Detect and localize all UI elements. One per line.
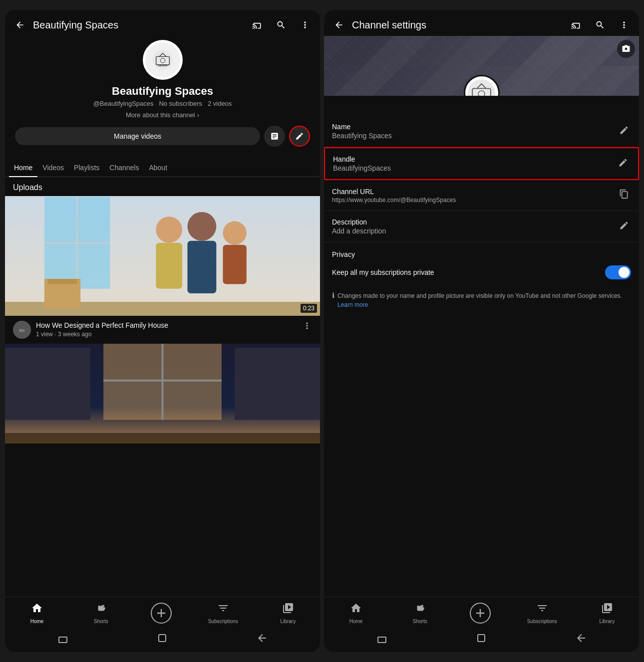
right-library-icon bbox=[601, 602, 613, 617]
right-nav-shorts[interactable]: Shorts bbox=[406, 602, 434, 624]
channel-more-link[interactable]: More about this channel › bbox=[126, 111, 199, 119]
video-more-button-1[interactable] bbox=[302, 321, 312, 333]
video-thumbnail-2[interactable] bbox=[5, 344, 320, 443]
svg-rect-27 bbox=[159, 635, 166, 642]
svg-rect-23 bbox=[5, 348, 90, 420]
name-edit-button[interactable] bbox=[617, 123, 631, 140]
right-header-icons bbox=[569, 18, 631, 32]
privacy-note: ℹ Changes made to your name and profile … bbox=[324, 291, 639, 317]
learn-more-link[interactable]: Learn more bbox=[337, 301, 368, 308]
video-info-1: BS How We Designed a Perfect Family Hous… bbox=[5, 316, 320, 344]
description-label: Description bbox=[332, 218, 617, 226]
nav-shorts[interactable]: Shorts bbox=[87, 602, 115, 624]
channel-tabs: Home Videos Playlists Channels About bbox=[5, 159, 320, 177]
toggle-knob bbox=[619, 267, 630, 278]
manage-videos-button[interactable]: Manage videos bbox=[15, 127, 260, 145]
svg-text:DESIGN: DESIGN bbox=[158, 64, 167, 67]
duration-badge-1: 0:23 bbox=[301, 304, 317, 313]
url-label: Channel URL bbox=[332, 188, 617, 196]
right-home-icon bbox=[350, 602, 362, 617]
handle-edit-button[interactable] bbox=[616, 156, 630, 172]
camera-icon-button[interactable] bbox=[617, 40, 635, 58]
right-sys-back[interactable] bbox=[573, 630, 589, 646]
bottom-navigation: Home Shorts Subscriptions bbox=[5, 597, 320, 626]
header-icons bbox=[250, 18, 312, 32]
nav-shorts-label: Shorts bbox=[94, 619, 108, 624]
page-title: Beautifying Spaces bbox=[33, 19, 244, 31]
tab-playlists[interactable]: Playlists bbox=[69, 159, 104, 177]
svg-rect-14 bbox=[187, 241, 216, 293]
subscriptions-icon bbox=[217, 602, 229, 617]
tab-videos[interactable]: Videos bbox=[37, 159, 69, 177]
name-content: Name Beautifying Spaces bbox=[332, 123, 617, 140]
right-nav-home-label: Home bbox=[349, 619, 363, 624]
tab-about[interactable]: About bbox=[144, 159, 172, 177]
right-nav-library-label: Library bbox=[600, 619, 615, 624]
privacy-note-text: Changes made to your name and profile pi… bbox=[337, 291, 631, 309]
right-header: Channel settings bbox=[324, 10, 639, 36]
right-phone: Channel settings bbox=[324, 10, 639, 652]
channel-actions: Manage videos bbox=[13, 126, 312, 147]
sys-home[interactable] bbox=[154, 630, 170, 646]
search-icon[interactable] bbox=[274, 18, 288, 32]
nav-library[interactable]: Library bbox=[274, 602, 302, 624]
nav-subscriptions[interactable]: Subscriptions bbox=[208, 602, 238, 624]
svg-rect-49 bbox=[478, 635, 485, 642]
channel-banner: DESIGN bbox=[324, 36, 639, 96]
handle-label: Handle bbox=[333, 155, 616, 163]
nav-home-label: Home bbox=[30, 619, 44, 624]
privacy-toggle[interactable] bbox=[605, 265, 631, 279]
cast-icon[interactable] bbox=[250, 18, 264, 32]
svg-rect-25 bbox=[5, 433, 320, 443]
handle-value: BeautifyingSpaces bbox=[333, 164, 616, 172]
video-thumbnail-1[interactable]: 0:23 bbox=[5, 196, 320, 316]
right-sys-recents[interactable] bbox=[374, 630, 390, 646]
right-nav-subscriptions-label: Subscriptions bbox=[527, 619, 557, 624]
sys-recents[interactable] bbox=[55, 630, 71, 646]
uploads-title: Uploads bbox=[5, 177, 320, 196]
right-back-button[interactable] bbox=[332, 18, 346, 32]
description-edit-button[interactable] bbox=[617, 219, 631, 235]
url-content: Channel URL https://www.youtube.com/@Bea… bbox=[332, 188, 617, 204]
privacy-row: Keep all my subscriptions private bbox=[332, 265, 631, 279]
right-nav-shorts-label: Shorts bbox=[413, 619, 427, 624]
settings-name-row: Name Beautifying Spaces bbox=[324, 116, 639, 147]
right-search-icon[interactable] bbox=[593, 18, 607, 32]
svg-rect-48 bbox=[378, 637, 386, 643]
right-nav-library[interactable]: Library bbox=[593, 602, 621, 624]
right-system-bar bbox=[324, 626, 639, 652]
url-copy-button[interactable] bbox=[617, 187, 631, 204]
url-value: https://www.youtube.com/@BeautifyingSpac… bbox=[332, 197, 617, 204]
library-icon bbox=[282, 602, 294, 617]
description-content: Description Add a description bbox=[332, 218, 617, 235]
channel-name: Beautifying Spaces bbox=[112, 85, 213, 98]
back-button[interactable] bbox=[13, 18, 27, 32]
video-image-1: 0:23 bbox=[5, 196, 320, 316]
nav-home[interactable]: Home bbox=[23, 602, 51, 624]
settings-content: Name Beautifying Spaces Handle Beautifyi… bbox=[324, 96, 639, 317]
edit-icon-button[interactable] bbox=[289, 126, 310, 147]
avatar: DESIGN bbox=[143, 40, 183, 80]
sys-back[interactable] bbox=[254, 630, 270, 646]
svg-point-13 bbox=[187, 212, 216, 241]
more-icon[interactable] bbox=[298, 18, 312, 32]
analytics-icon-button[interactable] bbox=[264, 126, 285, 147]
right-nav-add-button[interactable] bbox=[470, 603, 491, 624]
right-more-icon[interactable] bbox=[617, 18, 631, 32]
tab-channels[interactable]: Channels bbox=[104, 159, 144, 177]
right-nav-subscriptions[interactable]: Subscriptions bbox=[527, 602, 557, 624]
video-avatar-1: BS bbox=[13, 321, 31, 339]
tab-home[interactable]: Home bbox=[9, 159, 37, 177]
right-bottom-navigation: Home Shorts Subscriptions bbox=[324, 597, 639, 626]
right-nav-home[interactable]: Home bbox=[342, 602, 370, 624]
right-sys-home[interactable] bbox=[473, 630, 489, 646]
right-cast-icon[interactable] bbox=[569, 18, 583, 32]
video-details-1: How We Designed a Perfect Family House 1… bbox=[36, 321, 297, 338]
channel-profile: DESIGN Beautifying Spaces @BeautifyingSp… bbox=[5, 36, 320, 155]
name-label: Name bbox=[332, 123, 617, 131]
channel-handle: @BeautifyingSpaces bbox=[93, 100, 154, 107]
video-title-1: How We Designed a Perfect Family House bbox=[36, 321, 297, 330]
nav-add-button[interactable] bbox=[151, 603, 172, 624]
svg-point-15 bbox=[223, 221, 246, 244]
shorts-icon bbox=[95, 602, 107, 617]
